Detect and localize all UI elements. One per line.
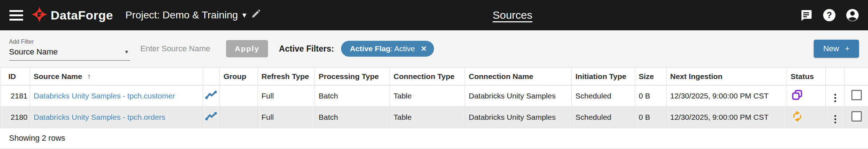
- table-footer: Showing 2 rows: [0, 128, 868, 149]
- header-status[interactable]: Status: [787, 67, 826, 86]
- cell-size: 0 B: [635, 86, 667, 107]
- row-checkbox[interactable]: [851, 111, 862, 122]
- header-refresh-type[interactable]: Refresh Type: [258, 67, 315, 86]
- app-logo: DataForge: [31, 6, 113, 24]
- help-icon[interactable]: ?: [822, 8, 836, 22]
- header-source-name[interactable]: Source Name ↑: [30, 67, 203, 86]
- dataforge-star-icon: [31, 6, 48, 24]
- header-connection-name[interactable]: Connection Name: [465, 67, 572, 86]
- cell-processing-type: Batch: [315, 107, 390, 128]
- table-row: 2181 Databricks Unity Samples - tpch.cus…: [0, 86, 868, 107]
- cell-refresh-type: Full: [258, 86, 315, 107]
- active-flag-filter-chip[interactable]: Active Flag: Active ✕: [341, 41, 434, 57]
- sources-table: ID Source Name ↑ Group Refresh Type Proc…: [0, 67, 868, 128]
- plus-icon: +: [845, 44, 850, 53]
- topbar-actions: ?: [799, 0, 859, 30]
- select-caret-icon: ▾: [125, 48, 128, 55]
- cell-size: 0 B: [635, 107, 667, 128]
- source-name-filter-input[interactable]: [140, 44, 218, 53]
- header-size[interactable]: Size: [635, 67, 667, 86]
- row-count-text: Showing 2 rows: [9, 133, 65, 143]
- filter-toolbar: Add Filter Source Name ▾ Apply Active Fi…: [0, 30, 868, 67]
- new-button-label: New: [823, 44, 839, 53]
- cell-group: [220, 86, 258, 107]
- cell-group: [220, 107, 258, 128]
- brand-name: DataForge: [51, 8, 113, 22]
- cell-id: 2180: [0, 107, 30, 128]
- cell-next-ingestion: 12/30/2025, 9:00:00 PM CST: [667, 107, 787, 128]
- apply-filter-button[interactable]: Apply: [226, 40, 268, 57]
- header-source-name-label: Source Name: [34, 72, 82, 80]
- cell-id: 2181: [0, 86, 30, 107]
- cell-initiation-type: Scheduled: [572, 86, 635, 107]
- account-icon[interactable]: [846, 8, 859, 22]
- cell-connection-type: Table: [390, 86, 465, 107]
- edit-project-icon[interactable]: [251, 9, 261, 22]
- header-chart-spacer: [203, 67, 220, 86]
- header-actions-spacer: [826, 67, 845, 86]
- source-activity-chart-icon[interactable]: [203, 86, 220, 107]
- cell-next-ingestion: 12/30/2025, 9:00:00 PM CST: [667, 86, 787, 107]
- header-group[interactable]: Group: [220, 67, 258, 86]
- header-select-spacer: [845, 67, 868, 86]
- chevron-down-icon: ▾: [242, 10, 246, 20]
- top-app-bar: DataForge Project: Demo & Training ▾ Sou…: [0, 0, 868, 30]
- cell-processing-type: Batch: [315, 86, 390, 107]
- header-connection-type[interactable]: Connection Type: [390, 67, 465, 86]
- project-label: Project: Demo & Training: [125, 9, 238, 21]
- header-id[interactable]: ID: [0, 67, 30, 86]
- status-sync-icon[interactable]: [787, 107, 826, 128]
- sort-ascending-icon[interactable]: ↑: [87, 72, 91, 80]
- row-menu-icon[interactable]: [831, 114, 839, 125]
- add-filter-label: Add Filter: [9, 39, 130, 45]
- filter-select-value: Source Name: [9, 47, 58, 57]
- page-title: Sources: [493, 9, 532, 21]
- source-activity-chart-icon[interactable]: [203, 107, 220, 128]
- row-checkbox[interactable]: [851, 90, 862, 100]
- row-menu-icon[interactable]: [831, 92, 839, 104]
- project-selector[interactable]: Project: Demo & Training ▾: [125, 9, 261, 22]
- cell-refresh-type: Full: [258, 107, 315, 128]
- chip-filter-name: Active Flag: [350, 44, 390, 53]
- chip-filter-value: : Active: [391, 44, 415, 53]
- source-link[interactable]: Databricks Unity Samples - tpch.orders: [34, 113, 165, 121]
- status-queued-layers-icon[interactable]: [787, 86, 826, 107]
- add-filter-select[interactable]: Add Filter Source Name ▾: [9, 39, 130, 61]
- feedback-chat-icon[interactable]: [799, 8, 813, 22]
- source-link[interactable]: Databricks Unity Samples - tpch.customer: [34, 92, 175, 100]
- header-initiation-type[interactable]: Initiation Type: [572, 67, 635, 86]
- header-next-ingestion[interactable]: Next Ingestion: [667, 67, 787, 86]
- table-row: 2180 Databricks Unity Samples - tpch.ord…: [0, 107, 868, 128]
- remove-filter-icon[interactable]: ✕: [421, 44, 427, 53]
- cell-initiation-type: Scheduled: [572, 107, 635, 128]
- svg-text:?: ?: [827, 10, 832, 20]
- cell-connection-name: Databricks Unity Samples: [465, 107, 572, 128]
- menu-icon[interactable]: [9, 10, 23, 21]
- active-filters-label: Active Filters:: [279, 44, 334, 54]
- new-source-button[interactable]: New +: [814, 40, 859, 58]
- cell-connection-type: Table: [390, 107, 465, 128]
- header-processing-type[interactable]: Processing Type: [315, 67, 390, 86]
- cell-connection-name: Databricks Unity Samples: [465, 86, 572, 107]
- table-header-row: ID Source Name ↑ Group Refresh Type Proc…: [0, 67, 868, 86]
